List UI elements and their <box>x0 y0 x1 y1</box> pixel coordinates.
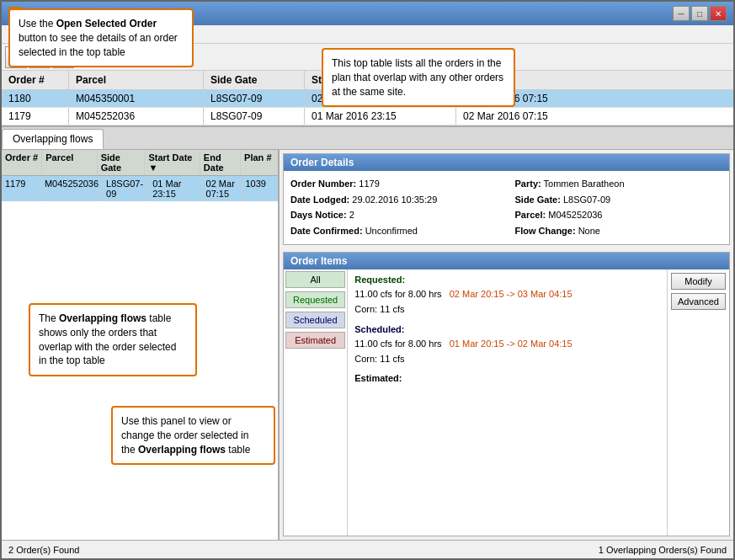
item2-row: 11.00 cfs for 8.00 hrs 01 Mar 20:15 -> 0… <box>354 337 660 352</box>
tooltip-top-table: This top table lists all the orders in t… <box>322 48 515 107</box>
days-notice-value: 2 <box>349 210 354 220</box>
item1-qty: 11.00 cfs for 8.00 hrs <box>354 289 441 299</box>
days-notice-label: Days Notice: <box>290 210 347 220</box>
detail-row-2: Date Lodged: 29.02.2016 10:35:29 Side Ga… <box>290 192 722 208</box>
detail-row-1: Order Number: 1179 Party: Tommen Barathe… <box>290 176 722 192</box>
oc-order-cell: 1179 <box>2 176 41 201</box>
requested-label: Requested: <box>354 275 405 285</box>
title-controls: ─ □ ✕ <box>673 6 727 21</box>
detail-col-left: Date Lodged: 29.02.2016 10:35:29 <box>290 192 498 208</box>
items-scheduled-header: Scheduled: <box>354 323 660 338</box>
detail-col-left: Days Notice: 2 <box>290 207 498 223</box>
detail-col-left: Order Number: 1179 <box>290 176 498 192</box>
order-number-label: Order Number: <box>290 179 356 189</box>
detail-row-3: Days Notice: 2 Parcel: M045252036 <box>290 207 722 223</box>
order-details-section: Order Details Order Number: 1179 Party: … <box>283 153 730 245</box>
items-estimated-header: Estimated: <box>354 371 660 387</box>
item2-qty: 11.00 cfs for 8.00 hrs <box>354 339 441 349</box>
detail-row-4: Date Confirmed: Unconfirmed Flow Change:… <box>290 223 722 239</box>
tooltip-open-selected: Use the Open Selected Order button to se… <box>8 8 194 67</box>
oc-parcel-cell: M045252036 <box>41 176 103 201</box>
oc-startdate-cell: 01 Mar 23:15 <box>149 176 202 201</box>
items-action-buttons: Modify Advanced <box>667 269 729 536</box>
order-details-body: Order Number: 1179 Party: Tommen Barathe… <box>284 171 729 244</box>
tooltip4-text: Use this panel to view or change the ord… <box>121 415 250 456</box>
item1-date: 02 Mar 20:15 -> 03 Mar 04:15 <box>450 289 573 299</box>
oc-col-order: Order # <box>2 150 42 175</box>
date-confirmed-value: Unconfirmed <box>365 226 418 236</box>
tab-bar: Overlapping flows <box>2 127 733 150</box>
col-header-order: Order # <box>2 71 69 89</box>
overlap-table-header: Order # Parcel Side Gate Start Date ▼ En… <box>2 150 278 176</box>
parcel-label: Parcel: <box>515 210 546 220</box>
sidegate-cell: L8SG07-09 <box>204 90 305 107</box>
filter-scheduled-button[interactable]: Scheduled <box>285 312 345 328</box>
oc-enddate-cell: 02 Mar 07:15 <box>203 176 242 201</box>
overlap-table-row[interactable]: 1179 M045252036 L8SG07-09 01 Mar 23:15 0… <box>2 176 278 201</box>
scheduled-label: Scheduled: <box>354 324 404 334</box>
detail-col-right: Parcel: M045252036 <box>515 207 723 223</box>
filter-estimated-button[interactable]: Estimated <box>285 332 345 349</box>
modify-button[interactable]: Modify <box>671 273 726 290</box>
tooltip1-text: Use the Open Selected Order button to se… <box>19 18 178 58</box>
oc-col-parcel: Parcel <box>42 150 97 175</box>
order-details-header: Order Details <box>284 154 729 171</box>
detail-col-right: Party: Tommen Baratheon <box>515 176 723 192</box>
detail-col-right: Flow Change: None <box>515 223 723 239</box>
item2-date: 01 Mar 20:15 -> 02 Mar 04:15 <box>450 339 573 349</box>
tooltip-panel: Use this panel to view or change the ord… <box>111 406 275 465</box>
oc-col-plan: Plan # <box>241 150 278 175</box>
minimize-button[interactable]: ─ <box>673 6 690 21</box>
oc-plan-cell: 1039 <box>242 176 278 201</box>
detail-col-right: Side Gate: L8SG07-09 <box>515 192 723 208</box>
filter-all-button[interactable]: All <box>285 271 345 288</box>
order-number-cell: 1180 <box>2 90 69 107</box>
side-gate-value: L8SG07-09 <box>563 195 610 205</box>
order-number-value: 1179 <box>359 179 379 189</box>
tooltip2-text: This top table lists all the orders in t… <box>332 57 503 98</box>
col-header-parcel: Parcel <box>69 71 204 89</box>
maximize-button[interactable]: □ <box>691 6 708 21</box>
detail-col-left: Date Confirmed: Unconfirmed <box>290 223 498 239</box>
oc-col-sidegate: Side Gate <box>98 150 146 175</box>
side-gate-label: Side Gate: <box>515 195 561 205</box>
date-lodged-label: Date Lodged: <box>290 195 349 205</box>
status-left: 2 Order(s) Found <box>8 545 79 555</box>
tab-overlapping-flows[interactable]: Overlapping flows <box>2 129 104 149</box>
items-content: All Requested Scheduled Estimated Reques… <box>284 269 729 536</box>
party-value: Tommen Baratheon <box>544 179 625 189</box>
close-button[interactable]: ✕ <box>710 6 727 21</box>
items-filter-panel: All Requested Scheduled Estimated <box>284 269 348 536</box>
order-items-header: Order Items <box>284 253 729 269</box>
parcel-value: M045252036 <box>548 210 602 220</box>
item1-desc: Corn: 11 cfs <box>354 302 660 317</box>
tooltip-overlapping-flows: The Overlapping flows table shows only t… <box>29 303 197 376</box>
date-lodged-value: 29.02.2016 10:35:29 <box>352 195 437 205</box>
filter-requested-button[interactable]: Requested <box>285 291 345 308</box>
col-header-sidegate: Side Gate <box>204 71 305 89</box>
tooltip3-text: The Overlapping flows table shows only t… <box>39 312 176 366</box>
status-right: 1 Overlapping Orders(s) Found <box>599 545 727 555</box>
items-scroll-area[interactable]: Requested: 11.00 cfs for 8.00 hrs 02 Mar… <box>348 269 667 536</box>
advanced-button[interactable]: Advanced <box>671 293 726 310</box>
main-window: 2 Overlapping Orders ─ □ ✕ Form Help ⊞ ✉… <box>0 0 735 560</box>
parcel-cell: M045350001 <box>69 90 204 107</box>
oc-col-startdate: Start Date ▼ <box>145 150 200 175</box>
sidegate-cell: L8SG07-09 <box>204 108 305 125</box>
flow-change-value: None <box>578 226 600 236</box>
oc-col-enddate: End Date <box>200 150 241 175</box>
oc-sidegate-cell: L8SG07-09 <box>103 176 149 201</box>
estimated-label: Estimated: <box>354 373 402 383</box>
item2-desc: Corn: 11 cfs <box>354 352 660 367</box>
order-number-cell: 1179 <box>2 108 69 125</box>
status-bar: 2 Order(s) Found 1 Overlapping Orders(s)… <box>2 540 733 558</box>
flow-change-label: Flow Change: <box>515 226 576 236</box>
table-row[interactable]: 1179 M045252036 L8SG07-09 01 Mar 2016 23… <box>2 108 733 125</box>
order-items-section: Order Items All Requested Scheduled Esti… <box>283 252 730 536</box>
parcel-cell: M045252036 <box>69 108 204 125</box>
item1-row: 11.00 cfs for 8.00 hrs 02 Mar 20:15 -> 0… <box>354 287 660 302</box>
date-confirmed-label: Date Confirmed: <box>290 226 363 236</box>
right-panel: Order Details Order Number: 1179 Party: … <box>280 150 733 540</box>
startdate-cell: 01 Mar 2016 23:15 <box>305 108 456 125</box>
items-requested-header: Requested: <box>354 273 660 288</box>
